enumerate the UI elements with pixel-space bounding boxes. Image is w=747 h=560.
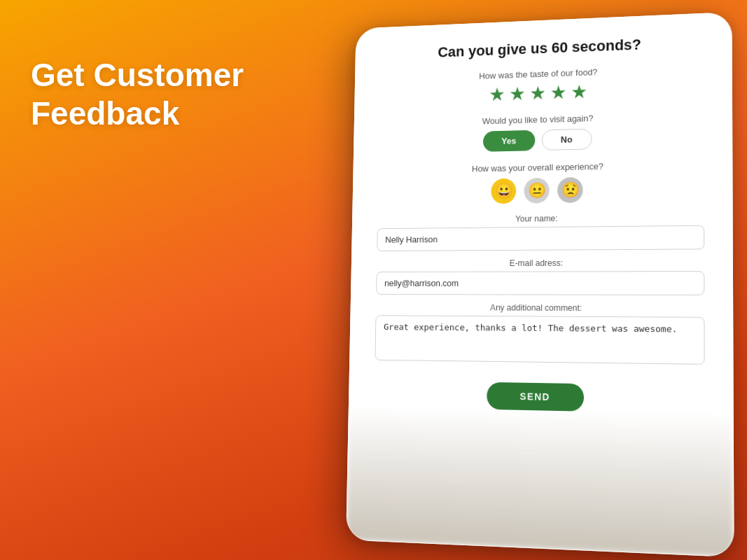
comment-textarea[interactable]: Great experience, thanks a lot! The dess… bbox=[375, 315, 704, 365]
send-button[interactable]: SEND bbox=[487, 382, 585, 412]
star-5[interactable]: ★ bbox=[571, 83, 587, 102]
star-4[interactable]: ★ bbox=[550, 83, 566, 102]
feedback-form: Can you give us 60 seconds? How was the … bbox=[374, 34, 705, 414]
taste-question: How was the taste of our food? bbox=[479, 67, 597, 81]
no-button[interactable]: No bbox=[541, 129, 592, 150]
star-1[interactable]: ★ bbox=[489, 85, 505, 104]
email-input[interactable] bbox=[376, 271, 704, 295]
email-label: E-mail adress: bbox=[377, 258, 705, 268]
email-field-group: E-mail adress: bbox=[376, 258, 704, 295]
emoji-happy[interactable]: 😀 bbox=[491, 178, 516, 204]
star-3[interactable]: ★ bbox=[529, 84, 546, 103]
tablet-device: Can you give us 60 seconds? How was the … bbox=[346, 12, 734, 557]
form-title: Can you give us 60 seconds? bbox=[438, 36, 641, 61]
emoji-rating: 😀 😐 😟 bbox=[491, 177, 583, 204]
star-2[interactable]: ★ bbox=[509, 85, 526, 104]
hero-line2: Feedback bbox=[31, 94, 244, 133]
emoji-neutral[interactable]: 😐 bbox=[524, 178, 549, 204]
yes-button[interactable]: Yes bbox=[483, 130, 535, 152]
name-field-group: Your name: bbox=[377, 212, 704, 251]
star-rating[interactable]: ★ ★ ★ ★ ★ bbox=[489, 83, 587, 104]
tablet-background bbox=[346, 406, 734, 557]
hero-text: Get Customer Feedback bbox=[31, 56, 244, 133]
revisit-question: Would you like to visit again? bbox=[482, 113, 594, 127]
hero-line1: Get Customer bbox=[31, 56, 244, 94]
emoji-sad[interactable]: 😟 bbox=[557, 177, 583, 203]
tablet-wrapper: Can you give us 60 seconds? How was the … bbox=[334, 7, 747, 560]
name-label: Your name: bbox=[377, 212, 704, 225]
comment-label: Any additional comment: bbox=[376, 302, 705, 314]
name-input[interactable] bbox=[377, 225, 704, 251]
comment-field-group: Any additional comment: Great experience… bbox=[375, 302, 704, 368]
experience-question: How was your overall experience? bbox=[472, 161, 603, 174]
yes-no-group: Yes No bbox=[483, 129, 592, 152]
